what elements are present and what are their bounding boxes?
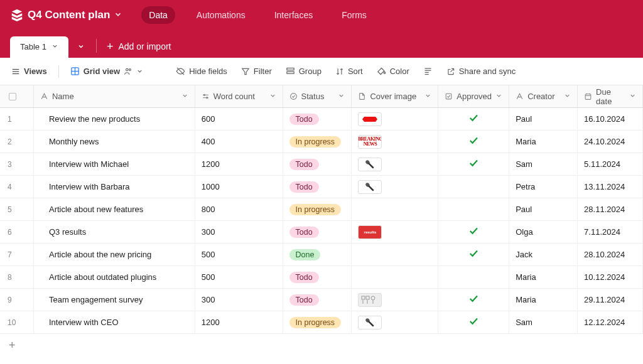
- cell-status[interactable]: Todo: [283, 153, 352, 175]
- chevron-down-icon[interactable]: [181, 92, 188, 101]
- thumbnail-microphone[interactable]: [358, 180, 382, 194]
- cell-cover-image[interactable]: [352, 289, 438, 311]
- add-row-button[interactable]: +: [0, 334, 643, 356]
- cell-name[interactable]: Interview with CEO: [34, 311, 195, 333]
- cell-approved[interactable]: [438, 266, 509, 288]
- cell-due-date[interactable]: 24.10.2024: [578, 131, 643, 153]
- cell-cover-image[interactable]: results: [352, 221, 438, 243]
- table-list-dropdown[interactable]: [68, 35, 94, 58]
- share-sync-button[interactable]: Share and sync: [444, 64, 518, 78]
- cell-creator[interactable]: Sam: [509, 153, 578, 175]
- cell-status[interactable]: Todo: [283, 176, 352, 198]
- cell-word-count[interactable]: 300: [195, 221, 283, 243]
- table-row[interactable]: 1Review the new products600TodoPaul16.10…: [0, 108, 643, 131]
- cell-creator[interactable]: Paul: [509, 108, 578, 130]
- views-button[interactable]: Views: [9, 64, 50, 78]
- cell-name[interactable]: Monthly news: [34, 131, 195, 153]
- cell-status[interactable]: In progress: [283, 311, 352, 333]
- column-header-cover-image[interactable]: Cover image: [352, 85, 438, 107]
- table-row[interactable]: 8Article about outdated plugins500TodoMa…: [0, 266, 643, 289]
- cell-name[interactable]: Article about outdated plugins: [34, 266, 195, 288]
- add-or-import-button[interactable]: + Add or import: [99, 35, 179, 58]
- chevron-down-icon[interactable]: [269, 92, 276, 101]
- cell-cover-image[interactable]: [352, 198, 438, 220]
- cell-approved[interactable]: [438, 221, 509, 243]
- tab-automations[interactable]: Automations: [189, 6, 253, 24]
- cell-due-date[interactable]: 16.10.2024: [578, 108, 643, 130]
- chevron-down-icon[interactable]: [338, 92, 345, 101]
- grid-view-button[interactable]: Grid view: [68, 64, 146, 78]
- cell-name[interactable]: Article about new features: [34, 198, 195, 220]
- cell-status[interactable]: Todo: [283, 108, 352, 130]
- cell-creator[interactable]: Paul: [509, 198, 578, 220]
- row-height-button[interactable]: [421, 64, 435, 78]
- thumbnail-microphone[interactable]: [358, 158, 382, 171]
- thumbnail-microphone[interactable]: [358, 316, 382, 329]
- cell-name[interactable]: Interview with Michael: [34, 153, 195, 175]
- chevron-down-icon[interactable]: [424, 92, 431, 101]
- cell-due-date[interactable]: 28.10.2024: [578, 244, 643, 265]
- cell-creator[interactable]: Jack: [509, 244, 578, 265]
- base-switcher[interactable]: Q4 Content plan: [10, 8, 122, 22]
- column-header-creator[interactable]: Creator: [509, 85, 578, 107]
- table-row[interactable]: 6Q3 results300TodoresultsOlga7.11.2024: [0, 221, 643, 244]
- thumbnail-results[interactable]: results: [358, 225, 382, 239]
- table-row[interactable]: 5Article about new features800In progres…: [0, 198, 643, 221]
- table-row[interactable]: 4Interview with Barbara1000TodoPetra13.1…: [0, 176, 643, 198]
- cell-word-count[interactable]: 800: [195, 198, 283, 220]
- cell-status[interactable]: Todo: [283, 221, 352, 243]
- cell-status[interactable]: In progress: [283, 198, 352, 220]
- cell-creator[interactable]: Sam: [509, 311, 578, 333]
- cell-creator[interactable]: Petra: [509, 176, 578, 198]
- chevron-down-icon[interactable]: [629, 92, 636, 101]
- hide-fields-button[interactable]: Hide fields: [173, 64, 230, 78]
- cell-due-date[interactable]: 13.11.2024: [578, 176, 643, 198]
- table-row[interactable]: 7Article about the new pricing500DoneJac…: [0, 244, 643, 266]
- cell-due-date[interactable]: 29.11.2024: [578, 289, 643, 311]
- cell-due-date[interactable]: 5.11.2024: [578, 153, 643, 175]
- cell-word-count[interactable]: 600: [195, 108, 283, 130]
- cell-creator[interactable]: Maria: [509, 289, 578, 311]
- cell-approved[interactable]: [438, 108, 509, 130]
- cell-word-count[interactable]: 500: [195, 266, 283, 288]
- cell-word-count[interactable]: 300: [195, 289, 283, 311]
- thumbnail-survey[interactable]: [358, 293, 382, 307]
- cell-name[interactable]: Review the new products: [34, 108, 195, 130]
- tab-forms[interactable]: Forms: [334, 6, 374, 24]
- tab-data[interactable]: Data: [141, 6, 175, 24]
- cell-approved[interactable]: [438, 289, 509, 311]
- select-all-cell[interactable]: [0, 85, 34, 107]
- cell-cover-image[interactable]: BREAKINGNEWS: [352, 131, 438, 153]
- cell-word-count[interactable]: 500: [195, 244, 283, 265]
- thumbnail-breaking-news[interactable]: BREAKINGNEWS: [358, 135, 382, 149]
- cell-creator[interactable]: Maria: [509, 131, 578, 153]
- cell-cover-image[interactable]: [352, 176, 438, 198]
- tab-interfaces[interactable]: Interfaces: [267, 6, 320, 24]
- table-row[interactable]: 3Interview with Michael1200TodoSam5.11.2…: [0, 153, 643, 176]
- cell-approved[interactable]: [438, 176, 509, 198]
- table-tab-active[interactable]: Table 1: [10, 36, 68, 58]
- group-button[interactable]: Group: [283, 64, 324, 78]
- cell-name[interactable]: Interview with Barbara: [34, 176, 195, 198]
- column-header-due-date[interactable]: Due date: [578, 85, 643, 107]
- cell-due-date[interactable]: 28.11.2024: [578, 198, 643, 220]
- chevron-down-icon[interactable]: [495, 92, 502, 101]
- chevron-down-icon[interactable]: [564, 92, 571, 101]
- cell-status[interactable]: Todo: [283, 289, 352, 311]
- cell-cover-image[interactable]: [352, 266, 438, 288]
- table-row[interactable]: 9Team engagement survey300TodoMaria29.11…: [0, 289, 643, 311]
- cell-cover-image[interactable]: [352, 153, 438, 175]
- cell-status[interactable]: In progress: [283, 131, 352, 153]
- cell-approved[interactable]: [438, 198, 509, 220]
- column-header-word-count[interactable]: Word count: [195, 85, 283, 107]
- table-row[interactable]: 2Monthly news400In progressBREAKINGNEWSM…: [0, 131, 643, 153]
- cell-word-count[interactable]: 1200: [195, 153, 283, 175]
- filter-button[interactable]: Filter: [239, 64, 274, 78]
- column-header-approved[interactable]: Approved: [438, 85, 509, 107]
- cell-due-date[interactable]: 12.12.2024: [578, 311, 643, 333]
- cell-approved[interactable]: [438, 131, 509, 153]
- cell-due-date[interactable]: 7.11.2024: [578, 221, 643, 243]
- table-row[interactable]: 10Interview with CEO1200In progressSam12…: [0, 311, 643, 334]
- column-header-status[interactable]: Status: [283, 85, 352, 107]
- cell-name[interactable]: Team engagement survey: [34, 289, 195, 311]
